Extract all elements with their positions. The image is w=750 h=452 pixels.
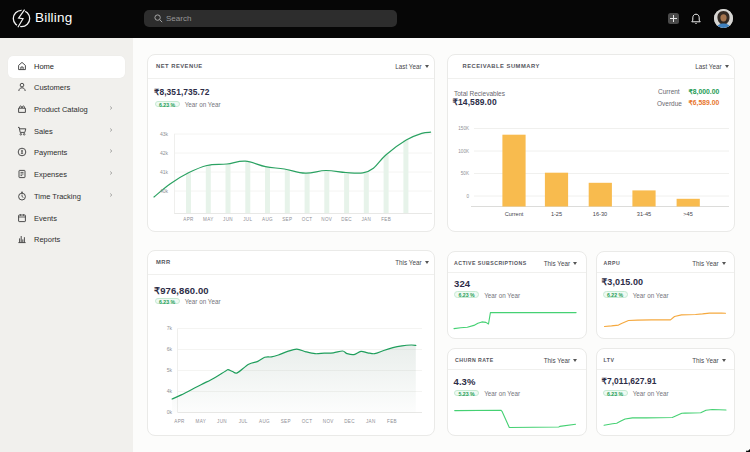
svg-text:AUG: AUG bbox=[262, 217, 273, 222]
svg-text:FEB: FEB bbox=[387, 419, 397, 424]
svg-text:43k: 43k bbox=[160, 131, 169, 137]
svg-text:40k: 40k bbox=[160, 188, 169, 194]
svg-text:NOV: NOV bbox=[321, 217, 332, 222]
svg-text:JUL: JUL bbox=[239, 419, 248, 424]
svg-text:DEC: DEC bbox=[344, 419, 355, 424]
svg-text:DEC: DEC bbox=[341, 217, 352, 222]
svg-text:APR: APR bbox=[174, 419, 185, 424]
svg-text:JUL: JUL bbox=[243, 217, 252, 222]
svg-text:0k: 0k bbox=[167, 409, 173, 415]
svg-text:Current: Current bbox=[505, 211, 524, 217]
svg-text:JAN: JAN bbox=[362, 217, 372, 222]
svg-text:5k: 5k bbox=[167, 367, 173, 373]
svg-text:SEP: SEP bbox=[282, 217, 292, 222]
svg-text:NOV: NOV bbox=[323, 419, 334, 424]
svg-text:50K: 50K bbox=[461, 171, 470, 176]
svg-text:42k: 42k bbox=[160, 150, 169, 156]
svg-text:0: 0 bbox=[466, 194, 469, 199]
svg-text:150K: 150K bbox=[458, 126, 470, 131]
svg-text:JUN: JUN bbox=[217, 419, 227, 424]
svg-text:100K: 100K bbox=[458, 149, 470, 154]
svg-text:APR: APR bbox=[183, 217, 194, 222]
svg-text:>45: >45 bbox=[683, 211, 693, 217]
svg-text:31-45: 31-45 bbox=[637, 211, 651, 217]
svg-text:MAY: MAY bbox=[196, 419, 207, 424]
svg-text:OCT: OCT bbox=[302, 217, 313, 222]
svg-text:4k: 4k bbox=[167, 388, 173, 394]
svg-text:JUN: JUN bbox=[223, 217, 233, 222]
svg-text:FEB: FEB bbox=[381, 217, 391, 222]
svg-text:OCT: OCT bbox=[302, 419, 313, 424]
svg-text:16-30: 16-30 bbox=[593, 211, 607, 217]
svg-text:SEP: SEP bbox=[281, 419, 291, 424]
svg-text:7k: 7k bbox=[167, 325, 173, 331]
svg-text:MAY: MAY bbox=[203, 217, 214, 222]
svg-text:1-25: 1-25 bbox=[551, 211, 562, 217]
svg-text:41k: 41k bbox=[160, 169, 169, 175]
svg-text:JAN: JAN bbox=[366, 419, 376, 424]
svg-text:AUG: AUG bbox=[259, 419, 270, 424]
svg-text:6k: 6k bbox=[167, 346, 173, 352]
